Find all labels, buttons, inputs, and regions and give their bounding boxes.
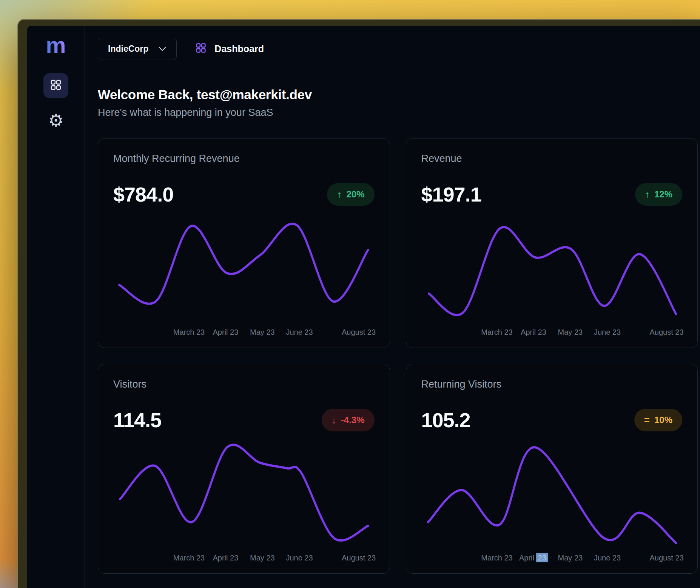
selected-text: 23 — [537, 553, 548, 562]
line-chart — [421, 211, 683, 326]
x-axis-label: June 23 — [594, 328, 621, 337]
squares-grid-icon — [195, 42, 207, 55]
x-axis-label: May 23 — [558, 328, 583, 337]
x-axis-label: May 23 — [250, 554, 275, 562]
makerkit-logo: m — [46, 34, 66, 57]
x-axis-label: March 23 — [173, 328, 205, 337]
sidebar-item-dashboard[interactable] — [43, 73, 68, 98]
trend-icon: ↓ — [331, 414, 336, 426]
x-axis-label: August 23 — [342, 328, 376, 337]
dashboard-content: Welcome Back, test@makerkit.dev Here's w… — [85, 72, 700, 588]
x-axis-label: March 23 — [481, 554, 512, 562]
app-window: m ⚙ — [17, 19, 700, 588]
page-heading: Dashboard — [195, 42, 264, 55]
trend-badge: ↑ 20% — [327, 183, 374, 206]
card-value: $784.0 — [113, 183, 173, 206]
trend-icon: ↑ — [337, 189, 342, 200]
sidebar-nav: ⚙ — [43, 73, 68, 129]
x-axis-label: May 23 — [558, 554, 583, 562]
sidebar: m ⚙ — [27, 26, 85, 588]
x-axis-label: June 23 — [594, 554, 621, 562]
gear-icon: ⚙ — [48, 112, 63, 129]
trend-icon: = — [644, 414, 650, 426]
x-axis-label: June 23 — [286, 554, 313, 562]
card-title: Revenue — [421, 153, 683, 165]
main-area: IndieCorp — [85, 26, 700, 588]
card-value-row: $784.0 ↑ 20% — [113, 183, 375, 206]
sidebar-item-settings[interactable]: ⚙ — [48, 112, 63, 129]
card-value-row: $197.1 ↑ 12% — [421, 183, 683, 206]
x-axis-label: April 23 — [213, 328, 238, 337]
card-value-row: 114.5 ↓ -4.3% — [113, 408, 375, 432]
trend-badge: ↑ 12% — [635, 183, 682, 206]
card-value-row: 105.2 = 10% — [421, 408, 683, 432]
line-chart — [113, 211, 375, 326]
x-axis-label: June 23 — [286, 328, 313, 337]
card-value: 105.2 — [421, 408, 470, 432]
trend-badge-label: -4.3% — [341, 415, 365, 425]
metric-card: Monthly Recurring Revenue $784.0 ↑ 20% M… — [98, 138, 390, 348]
x-axis-label: March 23 — [173, 554, 205, 562]
x-axis-label: August 23 — [649, 554, 683, 562]
x-axis-label: April 23 — [519, 554, 548, 562]
line-chart — [421, 437, 683, 552]
card-title: Monthly Recurring Revenue — [113, 153, 375, 165]
card-value: $197.1 — [421, 183, 481, 206]
trend-badge-label: 12% — [654, 189, 672, 200]
x-axis-label: August 23 — [342, 554, 376, 562]
tenant-selector-label: IndieCorp — [108, 44, 148, 54]
welcome-title: Welcome Back, test@makerkit.dev — [98, 87, 698, 102]
metric-cards-grid: Monthly Recurring Revenue $784.0 ↑ 20% M… — [98, 138, 698, 574]
card-title: Returning Visitors — [421, 379, 683, 390]
tenant-selector-button[interactable]: IndieCorp — [98, 38, 177, 60]
metric-card: Visitors 114.5 ↓ -4.3% March 23April 23M… — [98, 364, 390, 574]
x-axis-label: April 23 — [521, 328, 546, 337]
trend-badge-label: 10% — [654, 415, 672, 425]
chevron-down-icon — [158, 44, 167, 54]
app-root: m ⚙ — [27, 26, 700, 588]
card-value: 114.5 — [113, 408, 161, 432]
page-title: Dashboard — [214, 43, 264, 54]
metric-card: Returning Visitors 105.2 = 10% March 23A… — [406, 364, 698, 574]
x-axis-label: May 23 — [250, 328, 275, 337]
chart-x-axis: March 23April 23May 23June 23August 23 — [421, 326, 683, 339]
metric-card: Revenue $197.1 ↑ 12% March 23April 23May… — [406, 138, 698, 348]
x-axis-label: April 23 — [213, 554, 238, 562]
desktop-wallpaper: m ⚙ — [0, 0, 700, 588]
line-chart — [113, 437, 375, 552]
trend-badge: ↓ -4.3% — [322, 409, 375, 431]
squares-grid-icon — [49, 79, 62, 93]
card-title: Visitors — [113, 379, 375, 390]
chart-x-axis: March 23April 23May 23June 23August 23 — [113, 326, 375, 339]
x-axis-label: March 23 — [481, 328, 512, 337]
trend-badge-label: 20% — [346, 189, 364, 200]
chart-x-axis: March 23April 23May 23June 23August 23 — [113, 552, 375, 565]
trend-badge: = 10% — [634, 409, 682, 431]
welcome-subtitle: Here's what is happening in your SaaS — [98, 107, 698, 119]
x-axis-label: August 23 — [649, 328, 683, 337]
trend-icon: ↑ — [645, 189, 650, 200]
chart-x-axis: March 23April 23May 23June 23August 23 — [421, 552, 683, 565]
topbar: IndieCorp — [85, 26, 700, 72]
